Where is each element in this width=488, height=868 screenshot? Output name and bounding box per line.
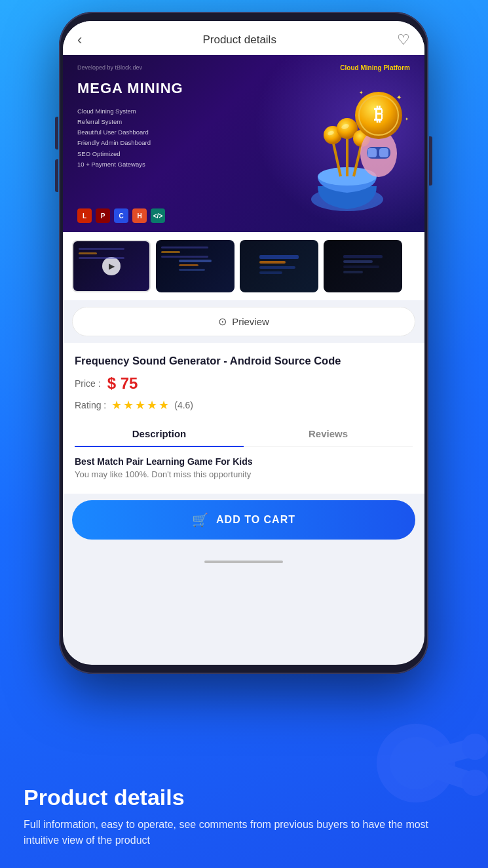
- thumbnail-2[interactable]: [156, 240, 235, 292]
- svg-rect-28: [343, 260, 373, 263]
- price-value: $ 75: [107, 374, 138, 393]
- svg-text:✦: ✦: [396, 94, 402, 101]
- product-banner: Developed by tBlock.dev Cloud Mining Pla…: [63, 55, 424, 232]
- page-title: Product details: [202, 33, 276, 47]
- star-3: ★: [135, 398, 145, 412]
- tech-badge-html: H: [132, 208, 147, 223]
- screen-header: ‹ Product details ♡: [63, 21, 424, 55]
- phone-screen: ‹ Product details ♡ Developed by tBlock.…: [63, 21, 424, 665]
- deco-shape: [364, 711, 488, 842]
- tech-badge-css: C: [114, 208, 128, 223]
- svg-rect-21: [179, 264, 198, 266]
- home-indicator: [63, 549, 424, 570]
- svg-rect-24: [259, 261, 286, 264]
- volume-down-button: [55, 159, 58, 192]
- svg-rect-27: [343, 255, 383, 258]
- svg-text:₿: ₿: [374, 104, 383, 125]
- svg-point-35: [462, 770, 488, 796]
- price-label: Price :: [75, 378, 101, 389]
- product-info: Frequency Sound Generator - Android Sour…: [63, 343, 424, 494]
- star-2: ★: [123, 398, 134, 412]
- preview-button[interactable]: ⊙ Prieview: [72, 307, 415, 336]
- svg-rect-29: [343, 266, 379, 268]
- feature-1: Cloud Mining System: [77, 106, 151, 117]
- rating-row: Rating : ★ ★ ★ ★ ★ (4.6): [75, 398, 413, 412]
- banner-features: Cloud Mining System Referral System Beau…: [77, 106, 151, 170]
- add-to-cart-label: ADD TO CART: [216, 514, 295, 526]
- thumbnail-3[interactable]: [240, 240, 318, 292]
- thumbnail-1[interactable]: ▶: [72, 240, 151, 292]
- feature-2: Referral System: [77, 117, 151, 127]
- feature-4: Friendly Admin Dashboard: [77, 138, 151, 148]
- svg-rect-23: [259, 255, 299, 259]
- description-text: You may like 100%. Don't miss this oppor…: [75, 469, 413, 479]
- power-button: [429, 136, 432, 186]
- volume-up-button: [55, 117, 58, 149]
- phone-shell: ‹ Product details ♡ Developed by tBlock.…: [59, 12, 428, 674]
- rating-label: Rating :: [75, 400, 106, 410]
- tab-reviews[interactable]: Reviews: [244, 422, 413, 446]
- svg-rect-25: [259, 266, 295, 269]
- preview-label: Prieview: [232, 316, 269, 327]
- svg-rect-13: [379, 148, 388, 157]
- thumbnail-4[interactable]: [324, 240, 402, 292]
- svg-rect-26: [259, 271, 282, 274]
- svg-rect-30: [343, 271, 363, 273]
- price-row: Price : $ 75: [75, 374, 413, 393]
- svg-text:✦: ✦: [359, 90, 364, 96]
- product-name: Frequency Sound Generator - Android Sour…: [75, 353, 413, 368]
- tech-badge-php: P: [96, 208, 110, 223]
- tab-description[interactable]: Description: [75, 422, 244, 447]
- thumbnails-section: ▶: [63, 232, 424, 300]
- rating-count: (4.6): [174, 400, 193, 410]
- feature-5: SEO Optimized: [77, 149, 151, 159]
- svg-text:✦: ✦: [405, 117, 409, 121]
- star-1: ★: [111, 398, 122, 412]
- description-content: Best Match Pair Learning Game For Kids Y…: [75, 454, 413, 486]
- feature-6: 10 + Payment Gateways: [77, 159, 151, 170]
- camera-icon: ⊙: [218, 315, 227, 328]
- tech-badge-laravel: L: [77, 208, 92, 223]
- back-button[interactable]: ‹: [77, 31, 82, 49]
- wishlist-icon[interactable]: ♡: [397, 31, 410, 49]
- svg-point-36: [462, 734, 488, 760]
- cart-icon: 🛒: [192, 512, 208, 528]
- tabs-row: Description Reviews: [75, 422, 413, 447]
- thumbnails-row: ▶: [72, 240, 415, 292]
- banner-platform-text: Cloud Mining Platform: [340, 64, 410, 71]
- svg-rect-22: [179, 269, 205, 271]
- tech-badge-code: </>: [151, 208, 165, 223]
- banner-dev-text: Developed by tBlock.dev: [77, 64, 142, 71]
- add-to-cart-button[interactable]: 🛒 ADD TO CART: [72, 500, 415, 540]
- description-title: Best Match Pair Learning Game For Kids: [75, 456, 413, 467]
- star-5: ★: [159, 398, 169, 412]
- banner-visual: ₿ ✦ ✦ ✦: [282, 75, 413, 219]
- feature-3: Beautiful User Dashboard: [77, 127, 151, 138]
- svg-rect-12: [367, 148, 377, 157]
- home-bar: [204, 561, 283, 563]
- star-4: ★: [147, 398, 157, 412]
- banner-product-title: MEGA MINING: [77, 80, 183, 97]
- stars: ★ ★ ★ ★ ★: [111, 398, 169, 412]
- tech-icons: L P C H </>: [77, 208, 165, 223]
